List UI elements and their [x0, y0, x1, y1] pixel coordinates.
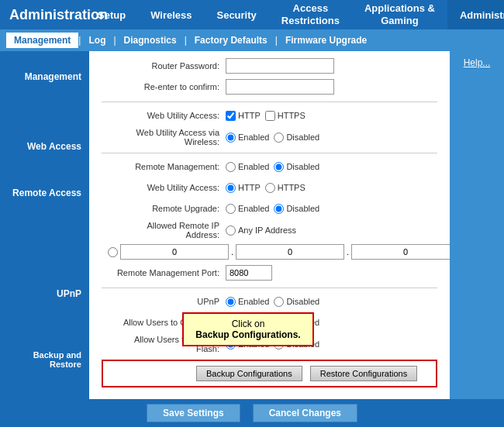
- wireless-disabled-text: Disabled: [286, 133, 319, 142]
- upnp-disabled-label[interactable]: Disabled: [274, 297, 319, 307]
- divider-2: [102, 153, 437, 153]
- ip-range-radio[interactable]: [108, 247, 118, 257]
- reenter-password-row: Re-enter to confirm:: [102, 78, 437, 95]
- any-ip-text: Any IP Address: [238, 226, 296, 235]
- remote-disabled-text: Disabled: [286, 162, 319, 171]
- remote-web-utility-value: HTTP HTTPS: [226, 183, 306, 193]
- reenter-password-value: [226, 79, 334, 95]
- tooltip-box: Click on Backup Configurations.: [182, 312, 314, 346]
- divider-1: [102, 102, 437, 102]
- remote-disabled-label[interactable]: Disabled: [274, 162, 319, 172]
- router-password-row: Router Password:: [102, 57, 437, 74]
- wireless-disabled-label[interactable]: Disabled: [274, 133, 319, 143]
- nav-items: Setup Wireless Security AccessRestrictio…: [85, 0, 504, 29]
- ip-field-2[interactable]: [236, 244, 344, 260]
- remote-upgrade-row: Remote Upgrade: Enabled Disabled: [102, 200, 437, 217]
- router-password-label: Router Password:: [102, 61, 226, 71]
- reenter-password-label: Re-enter to confirm:: [102, 82, 226, 91]
- web-utility-wireless-value: Enabled Disabled: [226, 133, 319, 143]
- remote-https-text: HTTPS: [278, 183, 306, 192]
- remote-web-utility-label: Web Utility Access:: [102, 183, 226, 192]
- remote-port-value: [226, 265, 272, 281]
- wireless-enabled-text: Enabled: [238, 133, 269, 142]
- wireless-enabled-label[interactable]: Enabled: [226, 133, 269, 143]
- sub-nav-log[interactable]: Log: [81, 35, 113, 46]
- allowed-ip-label: Allowed Remote IPAddress:: [102, 221, 226, 239]
- sidebar: Management Web Access Remote Access UPnP…: [0, 51, 89, 399]
- upgrade-enabled-radio[interactable]: [226, 204, 236, 214]
- main-layout: Management Web Access Remote Access UPnP…: [0, 51, 504, 399]
- sub-nav-factory[interactable]: Factory Defaults: [187, 35, 275, 46]
- remote-https-label[interactable]: HTTPS: [265, 183, 306, 193]
- remote-port-row: Remote Management Port:: [102, 264, 437, 281]
- http-label: HTTP: [238, 111, 261, 120]
- web-access-section: Web Utility Access: HTTP HTTPS Web Utili…: [102, 107, 437, 146]
- remote-upgrade-label: Remote Upgrade:: [102, 204, 226, 213]
- nav-item-access[interactable]: AccessRestrictions: [269, 0, 352, 29]
- ip-field-1[interactable]: [120, 244, 229, 260]
- router-password-value: [226, 58, 334, 74]
- upnp-enabled-text: Enabled: [238, 297, 269, 306]
- http-checkbox-label[interactable]: HTTP: [226, 111, 261, 121]
- remote-disabled-radio[interactable]: [274, 162, 284, 172]
- upgrade-disabled-label[interactable]: Disabled: [274, 204, 319, 214]
- help-link[interactable]: Help...: [464, 57, 491, 68]
- router-password-section: Router Password: Re-enter to confirm:: [102, 57, 437, 95]
- wireless-disabled-radio[interactable]: [274, 133, 284, 143]
- http-checkbox[interactable]: [226, 111, 236, 121]
- web-utility-label: Web Utility Access:: [102, 111, 226, 120]
- upgrade-disabled-text: Disabled: [286, 204, 319, 213]
- nav-item-applications[interactable]: Applications &Gaming: [352, 0, 447, 29]
- remote-port-input[interactable]: [226, 265, 272, 281]
- upgrade-enabled-label[interactable]: Enabled: [226, 204, 269, 214]
- nav-item-setup[interactable]: Setup: [85, 0, 138, 29]
- any-ip-label[interactable]: Any IP Address: [226, 226, 296, 236]
- restore-configurations-button[interactable]: Restore Configurations: [310, 366, 418, 381]
- any-ip-radio[interactable]: [226, 226, 236, 236]
- upnp-enabled-radio[interactable]: [226, 297, 236, 307]
- wireless-enabled-radio[interactable]: [226, 133, 236, 143]
- remote-enabled-label[interactable]: Enabled: [226, 162, 269, 172]
- cancel-changes-button[interactable]: Cancel Changes: [253, 404, 357, 422]
- sidebar-upnp: UPnP: [0, 282, 89, 305]
- sidebar-remote-access: Remote Access: [0, 181, 89, 205]
- allowed-ip-row: Allowed Remote IPAddress: Any IP Address: [102, 221, 437, 239]
- https-checkbox-label[interactable]: HTTPS: [265, 111, 306, 121]
- upnp-disabled-radio[interactable]: [274, 297, 284, 307]
- remote-access-section: Remote Management: Enabled Disabled Web …: [102, 158, 437, 281]
- ip-field-3[interactable]: [351, 244, 450, 260]
- remote-web-utility-row: Web Utility Access: HTTP HTTPS: [102, 179, 437, 196]
- save-settings-button[interactable]: Save Settings: [147, 404, 240, 422]
- nav-item-wireless[interactable]: Wireless: [138, 0, 204, 29]
- help-panel: Help...: [450, 51, 504, 399]
- upgrade-disabled-radio[interactable]: [274, 204, 284, 214]
- web-utility-wireless-row: Web Utility Access viaWireless: Enabled …: [102, 128, 437, 146]
- nav-item-administration[interactable]: Administration: [447, 0, 504, 29]
- upnp-enabled-label[interactable]: Enabled: [226, 297, 269, 307]
- sidebar-web-access: Web Access: [0, 135, 89, 158]
- tooltip-line2: Backup Configurations.: [195, 329, 300, 340]
- tooltip-line1: Click on: [232, 319, 265, 329]
- https-checkbox[interactable]: [265, 111, 275, 121]
- nav-item-security[interactable]: Security: [204, 0, 268, 29]
- reenter-password-input[interactable]: [226, 79, 334, 95]
- router-password-input[interactable]: [226, 58, 334, 74]
- remote-mgmt-value: Enabled Disabled: [226, 162, 319, 172]
- remote-http-label[interactable]: HTTP: [226, 183, 261, 193]
- web-utility-row: Web Utility Access: HTTP HTTPS: [102, 107, 437, 124]
- top-nav: Administration Setup Wireless Security A…: [0, 0, 504, 29]
- bottom-bar: Save Settings Cancel Changes: [0, 399, 504, 427]
- sub-nav-management[interactable]: Management: [6, 33, 78, 48]
- allowed-ip-value: Any IP Address: [226, 226, 296, 236]
- remote-http-radio[interactable]: [226, 183, 236, 193]
- remote-upgrade-value: Enabled Disabled: [226, 204, 319, 214]
- upnp-disabled-text: Disabled: [286, 297, 319, 306]
- backup-configurations-button[interactable]: Backup Configurations: [196, 366, 302, 381]
- upgrade-enabled-text: Enabled: [238, 204, 269, 213]
- sidebar-management: Management: [0, 59, 89, 88]
- remote-https-radio[interactable]: [265, 183, 275, 193]
- sub-nav-diagnostics[interactable]: Diagnostics: [116, 35, 185, 46]
- remote-mgmt-label: Remote Management:: [102, 162, 226, 171]
- sub-nav-firmware[interactable]: Firmware Upgrade: [278, 35, 375, 46]
- remote-enabled-radio[interactable]: [226, 162, 236, 172]
